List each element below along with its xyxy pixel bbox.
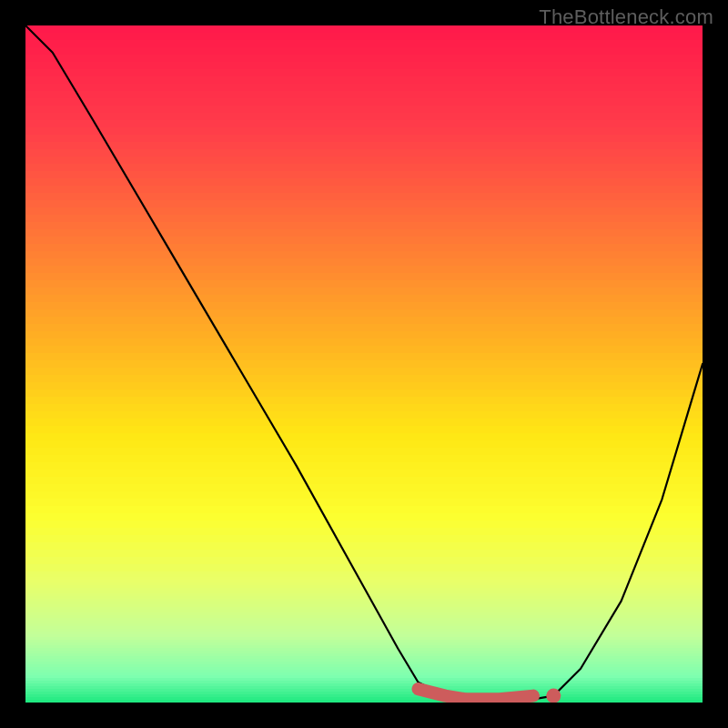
watermark-label: TheBottleneck.com	[539, 5, 713, 29]
chart-frame: TheBottleneck.com	[0, 0, 728, 728]
marker-point-icon	[546, 689, 561, 703]
plot-area	[25, 25, 703, 703]
optimal-range-highlight	[25, 25, 703, 703]
